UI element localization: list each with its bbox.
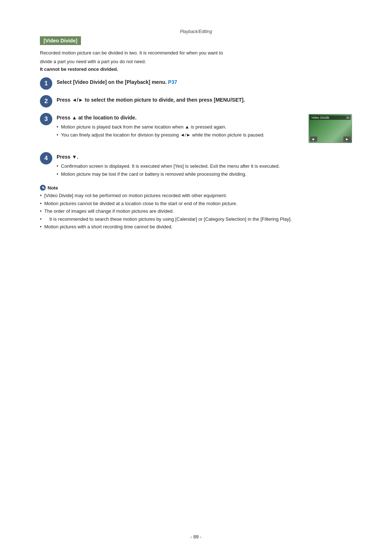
- step-3-inner-row: Press ▲ at the location to divide. Motio…: [57, 114, 352, 143]
- note-indent-text: It is recommended to search these motion…: [44, 216, 352, 223]
- step-3-content: Press ▲ at the location to divide. Motio…: [57, 113, 352, 147]
- note-list: [Video Divide] may not be performed on m…: [40, 192, 352, 231]
- step-3-text: Press ▲ at the location to divide. Motio…: [57, 114, 304, 139]
- note-item-2: Motion pictures cannot be divided at a l…: [40, 200, 352, 207]
- note-header: ✎ Note: [40, 185, 352, 191]
- camera-screen-image: Video Divide 3s ▶ ▶: [309, 114, 352, 143]
- camera-icon-left: ▶: [310, 137, 317, 142]
- camera-icon-right: ▶: [343, 137, 351, 142]
- step-3-row: 3 Press ▲ at the location to divide. Mot…: [40, 113, 352, 147]
- intro-line2: divide a part you need with a part you d…: [40, 58, 352, 65]
- steps-container: 1 Select [Video Divide] on the [Playback…: [40, 77, 352, 178]
- step-4-bullet-1: Confirmation screen is displayed. It is …: [57, 163, 352, 170]
- note-item-1: [Video Divide] may not be performed on m…: [40, 192, 352, 199]
- camera-screen-bottom: ▶ ▶: [310, 137, 351, 142]
- step-1-row: 1 Select [Video Divide] on the [Playback…: [40, 77, 352, 90]
- step-4-row: 4 Press ▼. Confirmation screen is displa…: [40, 152, 352, 178]
- note-item-5: Motion pictures with a short recording t…: [40, 223, 352, 231]
- step-4-title: Press ▼.: [57, 153, 352, 161]
- step-1-number: 1: [40, 77, 52, 90]
- section-header: [Video Divide]: [40, 36, 81, 45]
- section-label: Playback/Editing: [40, 29, 352, 34]
- step-3-bullets: Motion picture is played back from the s…: [57, 123, 304, 138]
- camera-screen-time: 3s: [346, 116, 350, 119]
- step-4-bullet-2: Motion picture may be lost if the card o…: [57, 171, 352, 178]
- step-1-title: Select [Video Divide] on the [Playback] …: [57, 78, 352, 86]
- step-4-number: 4: [40, 152, 52, 164]
- page-number: - 89 -: [191, 534, 201, 539]
- step-1-content: Select [Video Divide] on the [Playback] …: [57, 77, 352, 86]
- step-2-content: Press ◄/► to select the motion picture t…: [57, 95, 352, 104]
- step-2-row: 2 Press ◄/► to select the motion picture…: [40, 95, 352, 107]
- note-section: ✎ Note [Video Divide] may not be perform…: [40, 185, 352, 231]
- step-2-title: Press ◄/► to select the motion picture t…: [57, 96, 352, 104]
- step-4-bullets: Confirmation screen is displayed. It is …: [57, 163, 352, 178]
- step-3-bullet-2: You can finely adjust the location for d…: [57, 131, 304, 139]
- note-icon: ✎: [40, 185, 46, 191]
- note-item-4: It is recommended to search these motion…: [40, 216, 352, 223]
- step-2-number: 2: [40, 95, 52, 107]
- camera-screen-overlay: Video Divide 3s: [310, 115, 351, 120]
- step-3-title: Press ▲ at the location to divide.: [57, 114, 304, 122]
- note-label: Note: [48, 185, 58, 191]
- intro-bold: It cannot be restored once divided.: [40, 66, 352, 72]
- step-4-content: Press ▼. Confirmation screen is displaye…: [57, 152, 352, 178]
- step-3-bullet-1: Motion picture is played back from the s…: [57, 123, 304, 131]
- step-3-number: 3: [40, 113, 52, 125]
- note-item-3: The order of images will change if motio…: [40, 208, 352, 215]
- camera-screen-title: Video Divide: [311, 116, 329, 119]
- intro-line1: Recorded motion picture can be divided i…: [40, 49, 352, 57]
- step-1-link[interactable]: P37: [168, 79, 177, 85]
